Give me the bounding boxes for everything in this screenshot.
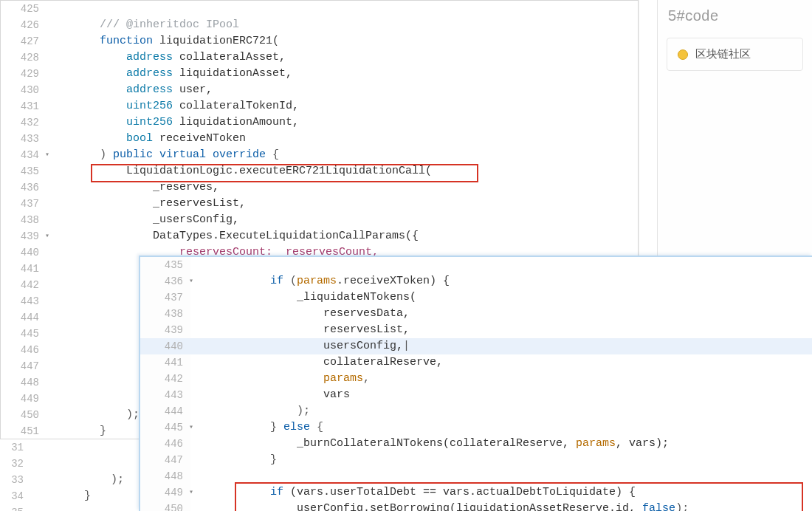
- line-number: 446: [140, 436, 190, 452]
- code-line[interactable]: [47, 1, 638, 17]
- line-number: 444: [140, 403, 190, 419]
- code-line[interactable]: uint256 collateralTokenId,: [47, 98, 638, 114]
- code-line[interactable]: _liquidateNTokens(: [190, 289, 812, 306]
- code-line[interactable]: }: [31, 488, 140, 504]
- code-line[interactable]: [31, 504, 140, 511]
- line-number: 444: [1, 309, 47, 326]
- code-line[interactable]: }: [190, 452, 812, 468]
- code-line[interactable]: _reserves,: [47, 179, 638, 196]
- code-line[interactable]: function liquidationERC721(: [47, 33, 638, 49]
- code-line[interactable]: reservesList,: [190, 322, 812, 338]
- line-number: 445: [1, 326, 47, 342]
- line-number: 32: [0, 456, 31, 472]
- line-number: 448: [140, 468, 190, 484]
- line-number: 34: [0, 488, 31, 504]
- code-line[interactable]: /// @inheritdoc IPool: [47, 17, 638, 33]
- line-number: 431: [1, 98, 47, 114]
- code-line[interactable]: if (params.receiveXToken) {: [190, 273, 812, 289]
- line-number: 448: [1, 374, 47, 391]
- code-line[interactable]: } else {: [190, 419, 812, 436]
- line-number: 443: [1, 293, 47, 309]
- code-line[interactable]: vars: [190, 387, 812, 403]
- code-line[interactable]: collateralReserve,: [190, 354, 812, 371]
- line-number: 443: [140, 387, 190, 403]
- line-number: 31: [0, 439, 31, 456]
- code-line[interactable]: _reservesList,: [47, 196, 638, 212]
- coin-icon: [678, 49, 688, 60]
- code-line[interactable]: [31, 439, 140, 456]
- code-line[interactable]: address user,: [47, 82, 638, 98]
- community-card[interactable]: 区块链社区: [667, 38, 803, 71]
- line-number: 447: [140, 452, 190, 468]
- code-line[interactable]: _burnCollateralNTokens(collateralReserve…: [190, 436, 812, 452]
- line-number: 429: [1, 66, 47, 82]
- line-number: 451: [1, 423, 47, 439]
- code-line[interactable]: ) public virtual override {: [47, 147, 638, 163]
- line-number: 427: [1, 33, 47, 49]
- code-line[interactable]: );: [31, 472, 140, 488]
- code-line[interactable]: DataTypes.ExecuteLiquidationCallParams({: [47, 228, 638, 244]
- code-editor-overlay[interactable]: 4354364374384394404414424434444454464474…: [139, 256, 812, 511]
- line-number: 434: [1, 147, 47, 163]
- code-line[interactable]: address collateralAsset,: [47, 49, 638, 66]
- line-number: 441: [140, 354, 190, 371]
- code-line[interactable]: LiquidationLogic.executeERC721Liquidatio…: [47, 163, 638, 179]
- line-number: 439: [140, 322, 190, 338]
- line-number: 428: [1, 49, 47, 66]
- line-number: 450: [1, 407, 47, 423]
- code-line[interactable]: [190, 468, 812, 484]
- line-number: 432: [1, 114, 47, 131]
- line-number: 35: [0, 504, 31, 511]
- code-area-strip[interactable]: ); } if (par: [31, 439, 140, 511]
- line-number: 433: [1, 131, 47, 147]
- line-number: 438: [1, 212, 47, 228]
- code-line[interactable]: params,: [190, 371, 812, 387]
- line-number: 450: [140, 501, 190, 511]
- line-number: 33: [0, 472, 31, 488]
- line-number: 437: [140, 289, 190, 306]
- address-fragment: 5#code: [658, 0, 812, 32]
- code-line[interactable]: if (vars.userTotalDebt == vars.actualDeb…: [190, 484, 812, 501]
- line-number: 426: [1, 17, 47, 33]
- line-number: 430: [1, 82, 47, 98]
- line-number: 445: [140, 419, 190, 436]
- line-number: 436: [140, 273, 190, 289]
- community-label: 区块链社区: [695, 47, 751, 61]
- line-number: 442: [140, 371, 190, 387]
- line-number: 449: [1, 391, 47, 407]
- line-number: 442: [1, 277, 47, 293]
- line-number: 435: [1, 163, 47, 179]
- line-number: 439: [1, 228, 47, 244]
- code-line[interactable]: _usersConfig,: [47, 212, 638, 228]
- code-line[interactable]: [31, 456, 140, 472]
- code-line[interactable]: reservesData,: [190, 306, 812, 322]
- code-line[interactable]: [190, 257, 812, 273]
- line-number: 437: [1, 196, 47, 212]
- line-number: 436: [1, 179, 47, 196]
- line-number: 441: [1, 261, 47, 277]
- code-line[interactable]: uint256 liquidationAmount,: [47, 114, 638, 131]
- code-line[interactable]: );: [190, 403, 812, 419]
- line-number: 440: [1, 244, 47, 261]
- gutter-strip: 313233343536: [0, 439, 31, 511]
- code-area-overlay[interactable]: if (params.receiveXToken) { _liquidateNT…: [190, 257, 812, 511]
- code-line[interactable]: bool receiveNToken: [47, 131, 638, 147]
- code-editor-strip[interactable]: 313233343536 ); } if (par: [0, 439, 140, 511]
- line-number: 447: [1, 358, 47, 374]
- gutter-back: 4254264274284294304314324334344354364374…: [1, 1, 47, 439]
- code-line[interactable]: userConfig.setBorrowing(liquidationAsset…: [190, 501, 812, 511]
- line-number: 425: [1, 1, 47, 17]
- line-number: 440: [140, 338, 190, 354]
- line-number: 435: [140, 257, 190, 273]
- line-number: 449: [140, 484, 190, 501]
- gutter-overlay: 4354364374384394404414424434444454464474…: [140, 257, 190, 511]
- code-line[interactable]: usersConfig,|: [190, 338, 812, 354]
- line-number: 446: [1, 342, 47, 358]
- line-number: 438: [140, 306, 190, 322]
- code-line[interactable]: address liquidationAsset,: [47, 66, 638, 82]
